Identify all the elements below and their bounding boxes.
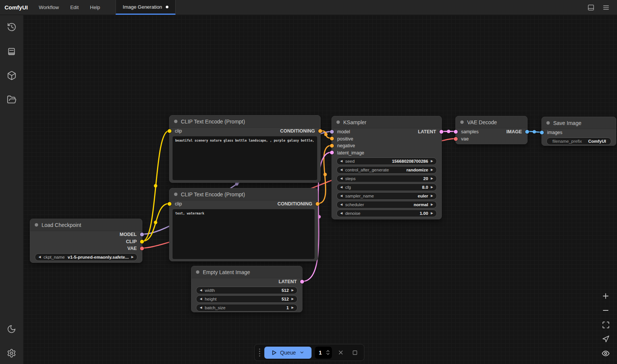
workflows-button[interactable] bbox=[6, 94, 17, 105]
menu-help[interactable]: Help bbox=[84, 0, 106, 15]
output-slot-conditioning[interactable] bbox=[316, 202, 319, 206]
widget-width[interactable]: ◀ width 512 ▶ bbox=[196, 287, 298, 294]
widget-sampler-name[interactable]: ◀ sampler_name euler ▶ bbox=[336, 192, 437, 200]
output-slot-model[interactable] bbox=[140, 233, 144, 236]
decrement-arrow-icon[interactable]: ◀ bbox=[340, 203, 342, 206]
workflow-tab[interactable]: Image Generation bbox=[116, 0, 176, 15]
theme-toggle-button[interactable] bbox=[6, 324, 17, 334]
model-library-button[interactable] bbox=[6, 70, 17, 81]
fit-view-button[interactable] bbox=[601, 320, 610, 329]
node-header[interactable]: Save Image bbox=[542, 117, 616, 129]
input-slot-vae[interactable] bbox=[454, 137, 458, 141]
menu-edit[interactable]: Edit bbox=[65, 0, 84, 15]
collapse-toggle[interactable] bbox=[546, 121, 550, 125]
output-slot-clip[interactable] bbox=[140, 240, 144, 244]
input-slot-samples[interactable] bbox=[454, 130, 458, 134]
decrement-arrow-icon[interactable]: ◀ bbox=[200, 298, 202, 301]
node-header[interactable]: CLIP Text Encode (Prompt) bbox=[170, 188, 318, 201]
node-graph-canvas[interactable] bbox=[23, 15, 617, 364]
decrement-arrow-icon[interactable]: ◀ bbox=[200, 289, 202, 292]
increment-arrow-icon[interactable]: ▶ bbox=[292, 289, 294, 292]
node-load-checkpoint[interactable]: Load Checkpoint MODEL CLIP VAE ◀ ckpt_na… bbox=[30, 219, 142, 263]
toggle-bottom-panel-button[interactable] bbox=[585, 2, 597, 13]
prompt-textarea[interactable]: beautiful scenery nature glass bottle la… bbox=[173, 136, 317, 180]
interrupt-button[interactable] bbox=[350, 347, 360, 358]
widget-batch-size[interactable]: ◀ batch_size 1 ▶ bbox=[196, 304, 298, 312]
increment-arrow-icon[interactable]: ▶ bbox=[431, 194, 433, 197]
input-slot-clip[interactable] bbox=[168, 129, 171, 133]
increment-arrow-icon[interactable]: ▶ bbox=[431, 212, 433, 215]
widget-height[interactable]: ◀ height 512 ▶ bbox=[196, 295, 298, 303]
output-slot-conditioning[interactable] bbox=[318, 129, 322, 133]
input-slot-positive[interactable] bbox=[330, 137, 334, 140]
select-mode-button[interactable] bbox=[601, 335, 610, 344]
node-header[interactable]: Empty Latent Image bbox=[191, 266, 302, 278]
widget-cfg[interactable]: ◀ cfg 8.0 ▶ bbox=[336, 184, 437, 191]
node-vae-decode[interactable]: VAE Decode IMAGE samples vae bbox=[455, 116, 528, 144]
decrement-arrow-icon[interactable]: ◀ bbox=[340, 160, 342, 163]
increment-arrow-icon[interactable]: ▶ bbox=[292, 306, 294, 309]
increment-arrow-icon[interactable]: ▶ bbox=[431, 168, 433, 171]
collapse-toggle[interactable] bbox=[174, 120, 177, 123]
node-clip-text-encode-positive[interactable]: CLIP Text Encode (Prompt) clip CONDITION… bbox=[169, 115, 321, 183]
input-slot-latent-image[interactable] bbox=[330, 151, 334, 154]
decrement-arrow-icon[interactable]: ◀ bbox=[340, 212, 342, 215]
node-library-button[interactable] bbox=[6, 46, 17, 57]
collapse-toggle[interactable] bbox=[174, 193, 177, 196]
output-slot-image[interactable] bbox=[525, 130, 529, 134]
increment-arrow-icon[interactable]: ▶ bbox=[431, 203, 433, 206]
batch-count-input[interactable]: 1 bbox=[315, 347, 332, 359]
node-header[interactable]: CLIP Text Encode (Prompt) bbox=[170, 116, 320, 128]
prompt-textarea[interactable]: text, watermark bbox=[173, 209, 315, 259]
decrement-arrow-icon[interactable]: ◀ bbox=[340, 194, 342, 197]
node-ksampler[interactable]: KSampler LATENT model positive negative … bbox=[332, 116, 442, 219]
node-clip-text-encode-negative[interactable]: CLIP Text Encode (Prompt) clip CONDITION… bbox=[169, 188, 318, 261]
decrement-arrow-icon[interactable]: ◀ bbox=[340, 186, 342, 189]
widget-scheduler[interactable]: ◀ scheduler normal ▶ bbox=[336, 201, 437, 208]
increment-arrow-icon[interactable]: ▶ bbox=[292, 298, 294, 301]
input-slot-images[interactable] bbox=[540, 131, 544, 134]
increment-arrow-icon[interactable]: ▶ bbox=[431, 177, 433, 180]
queue-history-button[interactable] bbox=[6, 22, 17, 32]
widget-ckpt-name[interactable]: ◀ ckpt_name v1-5-pruned-emaonly.safete..… bbox=[35, 253, 137, 261]
output-slot-vae[interactable] bbox=[140, 247, 144, 250]
node-save-image[interactable]: Save Image images filename_prefix ComfyU… bbox=[541, 117, 616, 146]
decrement-arrow-icon[interactable]: ◀ bbox=[340, 168, 342, 171]
menu-workflow[interactable]: Workflow bbox=[33, 0, 65, 15]
zoom-in-button[interactable] bbox=[601, 292, 610, 301]
decrement-arrow-icon[interactable]: ◀ bbox=[200, 306, 202, 309]
drag-handle[interactable] bbox=[258, 349, 261, 356]
output-slot-latent[interactable] bbox=[300, 280, 304, 284]
node-header[interactable]: VAE Decode bbox=[456, 116, 527, 128]
node-header[interactable]: KSampler bbox=[332, 116, 441, 128]
widget-denoise[interactable]: ◀ denoise 1.00 ▶ bbox=[336, 210, 437, 217]
widget-filename-prefix[interactable]: filename_prefix ComfyUI bbox=[546, 137, 611, 145]
collapse-toggle[interactable] bbox=[336, 120, 340, 124]
collapse-toggle[interactable] bbox=[196, 270, 199, 274]
decrement-arrow-icon[interactable]: ◀ bbox=[39, 256, 41, 259]
clear-queue-button[interactable] bbox=[335, 347, 346, 358]
decrement-icon[interactable] bbox=[326, 353, 330, 355]
increment-arrow-icon[interactable]: ▶ bbox=[131, 256, 134, 259]
input-slot-model[interactable] bbox=[330, 130, 334, 134]
queue-button[interactable]: Queue bbox=[264, 347, 312, 359]
increment-icon[interactable] bbox=[326, 350, 330, 352]
node-empty-latent-image[interactable]: Empty Latent Image LATENT ◀ width 512 ▶ … bbox=[191, 266, 302, 312]
input-slot-negative[interactable] bbox=[330, 144, 334, 148]
output-slot-latent[interactable] bbox=[440, 130, 443, 134]
input-slot-clip[interactable] bbox=[168, 202, 171, 206]
collapse-toggle[interactable] bbox=[35, 223, 38, 227]
zoom-out-button[interactable] bbox=[601, 306, 610, 315]
widget-seed[interactable]: ◀ seed 156680208700286 ▶ bbox=[336, 157, 437, 165]
widget-steps[interactable]: ◀ steps 20 ▶ bbox=[336, 175, 437, 182]
increment-arrow-icon[interactable]: ▶ bbox=[431, 160, 433, 163]
decrement-arrow-icon[interactable]: ◀ bbox=[340, 177, 342, 180]
main-menu-button[interactable] bbox=[600, 2, 612, 13]
toggle-link-visibility-button[interactable] bbox=[601, 349, 610, 358]
widget-control-after-generate[interactable]: ◀ control_after_generate randomize ▶ bbox=[336, 166, 437, 174]
increment-arrow-icon[interactable]: ▶ bbox=[431, 186, 433, 189]
node-header[interactable]: Load Checkpoint bbox=[30, 219, 142, 231]
comfyui-logo[interactable]: ComfyUI bbox=[0, 0, 33, 15]
settings-button[interactable] bbox=[6, 348, 17, 358]
collapse-toggle[interactable] bbox=[460, 120, 464, 124]
